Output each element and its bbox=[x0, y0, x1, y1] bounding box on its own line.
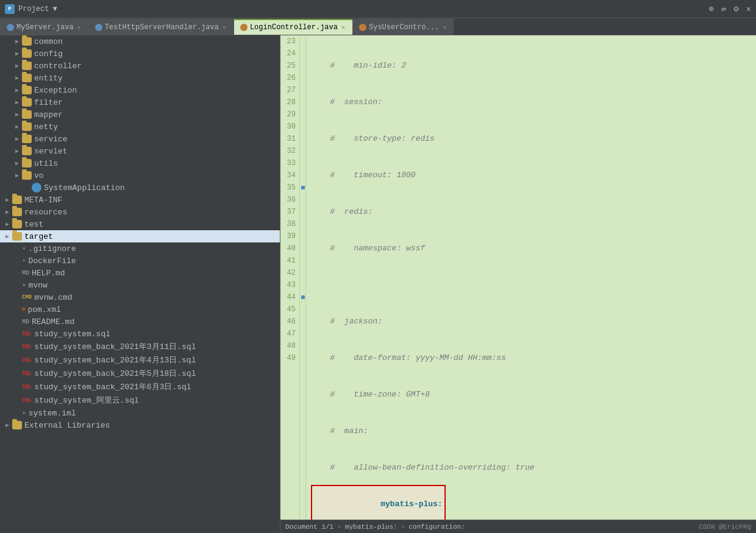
close-icon[interactable]: ✕ bbox=[746, 4, 751, 14]
file-icon: SQL bbox=[22, 370, 32, 376]
sidebar-item-resources[interactable]: resources bbox=[0, 206, 280, 218]
arrow-icon bbox=[12, 134, 22, 144]
code-line-30: # jackson: bbox=[311, 316, 756, 328]
file-icon: SQL bbox=[22, 397, 32, 403]
sidebar-item-dockerfile[interactable]: ▪ DockerFile bbox=[0, 255, 280, 267]
item-label: DockerFile bbox=[29, 256, 76, 266]
editor-area: 23 24 25 26 27 28 29 30 31 32 33 34 35 3… bbox=[280, 35, 756, 533]
project-dropdown-icon[interactable]: ▼ bbox=[52, 5, 57, 13]
sidebar-item-mvnw-cmd[interactable]: CMD mvnw.cmd bbox=[0, 291, 280, 303]
sidebar-item-service[interactable]: service bbox=[0, 133, 280, 145]
arrow-icon bbox=[12, 97, 22, 107]
code-line-32: # time-zone: GMT+8 bbox=[311, 389, 756, 401]
java-icon bbox=[240, 24, 248, 31]
item-label: study_system_back_2021年4月13日.sql bbox=[34, 355, 196, 365]
project-label: Project bbox=[18, 5, 49, 13]
code-line-33: # main: bbox=[311, 425, 756, 437]
sidebar-item-vo[interactable]: vo bbox=[0, 169, 280, 182]
item-label: pom.xml bbox=[27, 305, 61, 314]
sidebar-item-entity[interactable]: entity bbox=[0, 72, 280, 84]
tabs-bar: MyServer.java ✕ TestHttpServerHandler.ja… bbox=[0, 18, 756, 35]
item-label: config bbox=[34, 49, 63, 58]
status-bar-right: CSDN @EricFRQ bbox=[699, 523, 751, 531]
sidebar-item-readme-md[interactable]: MD README.md bbox=[0, 316, 280, 328]
code-content[interactable]: # min-idle: 2 # session: # store-type: r… bbox=[306, 35, 756, 520]
sidebar: common config controller entity Exceptio… bbox=[0, 35, 280, 533]
arrow-icon bbox=[12, 122, 22, 132]
sidebar-item-common[interactable]: common bbox=[0, 35, 280, 48]
code-line-29 bbox=[311, 279, 756, 291]
tab-testhttpserver[interactable]: TestHttpServerHandler.java ✕ bbox=[88, 19, 234, 35]
tab-sysusercontro[interactable]: SysUserContro... ✕ bbox=[352, 19, 454, 35]
document-info: Document 1/1 bbox=[285, 523, 333, 531]
sidebar-item-system-iml[interactable]: ▪ system.iml bbox=[0, 407, 280, 419]
arrow-icon bbox=[12, 158, 22, 168]
sidebar-item-gitignore[interactable]: ▪ .gitignore bbox=[0, 242, 280, 255]
java-icon bbox=[95, 24, 102, 31]
folder-icon bbox=[12, 232, 22, 241]
folder-icon bbox=[22, 62, 32, 70]
arrow-icon bbox=[12, 73, 22, 83]
item-label: test bbox=[24, 220, 43, 229]
sidebar-item-study-sql[interactable]: SQL study_system.sql bbox=[0, 328, 280, 340]
tab-close-button[interactable]: ✕ bbox=[340, 24, 346, 31]
code-line-25: # store-type: redis bbox=[311, 133, 756, 145]
sidebar-item-test[interactable]: test bbox=[0, 218, 280, 230]
item-label: system.iml bbox=[29, 409, 76, 418]
item-label: mvnw.cmd bbox=[34, 293, 72, 302]
editor-content[interactable]: 23 24 25 26 27 28 29 30 31 32 33 34 35 3… bbox=[280, 35, 756, 520]
sidebar-item-mapper[interactable]: mapper bbox=[0, 108, 280, 121]
item-label: HELP.md bbox=[32, 269, 65, 278]
item-label: study_system_阿里云.sql bbox=[34, 395, 139, 406]
title-bar: P Project ▼ ⊕ ⇌ ⚙ ✕ bbox=[0, 0, 756, 18]
sidebar-item-study-sql-aliyun[interactable]: SQL study_system_阿里云.sql bbox=[0, 394, 280, 407]
sidebar-item-study-sql-0311[interactable]: SQL study_system_back_2021年3月11日.sql bbox=[0, 340, 280, 353]
settings-icon[interactable]: ⚙ bbox=[733, 4, 738, 14]
sidebar-item-mvnw[interactable]: ▪ mvnw bbox=[0, 279, 280, 291]
sidebar-item-systemapplication[interactable]: SystemApplication bbox=[0, 182, 280, 194]
item-label: entity bbox=[34, 74, 63, 83]
sidebar-item-utils[interactable]: utils bbox=[0, 157, 280, 169]
sidebar-item-external-libraries[interactable]: External Libraries bbox=[0, 419, 280, 431]
sidebar-item-target[interactable]: target bbox=[0, 230, 280, 242]
item-label: utils bbox=[34, 159, 58, 168]
sidebar-item-controller[interactable]: controller bbox=[0, 60, 280, 72]
nav-forward-icon[interactable]: ⇌ bbox=[721, 4, 726, 14]
code-line-26: # timeout: 1800 bbox=[311, 169, 756, 182]
tab-close-button[interactable]: ✕ bbox=[76, 24, 82, 31]
arrow-icon bbox=[2, 231, 12, 241]
item-label: resources bbox=[24, 208, 67, 217]
sidebar-item-exception[interactable]: Exception bbox=[0, 84, 280, 96]
sidebar-item-study-sql-0518[interactable]: SQL study_system_back_2021年5月18日.sql bbox=[0, 367, 280, 380]
tab-label: SysUserContro... bbox=[369, 23, 439, 32]
sidebar-item-study-sql-0413[interactable]: SQL study_system_back_2021年4月13日.sql bbox=[0, 353, 280, 367]
code-line-24: # session: bbox=[311, 96, 756, 108]
project-icon: P bbox=[5, 4, 15, 14]
sidebar-item-study-sql-0603[interactable]: SQL study_system_back_2021年6月3日.sql bbox=[0, 380, 280, 394]
sidebar-item-netty[interactable]: netty bbox=[0, 121, 280, 133]
tab-logincontroller[interactable]: LoginController.java ✕ bbox=[234, 19, 352, 35]
code-line-23: # min-idle: 2 bbox=[311, 60, 756, 72]
title-bar-left: P Project ▼ bbox=[5, 4, 57, 14]
sidebar-item-filter[interactable]: filter bbox=[0, 96, 280, 108]
item-label: common bbox=[34, 37, 63, 46]
sidebar-item-help-md[interactable]: MD HELP.md bbox=[0, 267, 280, 279]
folder-icon bbox=[22, 147, 32, 155]
item-label: .gitignore bbox=[29, 244, 76, 253]
code-line-27: # redis: bbox=[311, 206, 756, 218]
folder-icon bbox=[22, 159, 32, 168]
item-label: study_system.sql bbox=[34, 330, 110, 339]
tab-close-button[interactable]: ✕ bbox=[441, 24, 448, 31]
item-label: netty bbox=[34, 122, 58, 132]
sidebar-item-servlet[interactable]: servlet bbox=[0, 145, 280, 157]
file-icon: SQL bbox=[22, 384, 32, 390]
sidebar-item-metainf[interactable]: META-INF bbox=[0, 194, 280, 206]
tab-close-button[interactable]: ✕ bbox=[221, 24, 227, 31]
nav-back-icon[interactable]: ⊕ bbox=[708, 4, 713, 14]
arrow-icon bbox=[2, 420, 12, 430]
sidebar-item-pom-xml[interactable]: m pom.xml bbox=[0, 303, 280, 316]
sidebar-item-config[interactable]: config bbox=[0, 48, 280, 60]
tab-label: TestHttpServerHandler.java bbox=[105, 23, 219, 32]
code-line-28: # namespace: wssf bbox=[311, 242, 756, 255]
tab-myserver[interactable]: MyServer.java ✕ bbox=[0, 19, 88, 35]
